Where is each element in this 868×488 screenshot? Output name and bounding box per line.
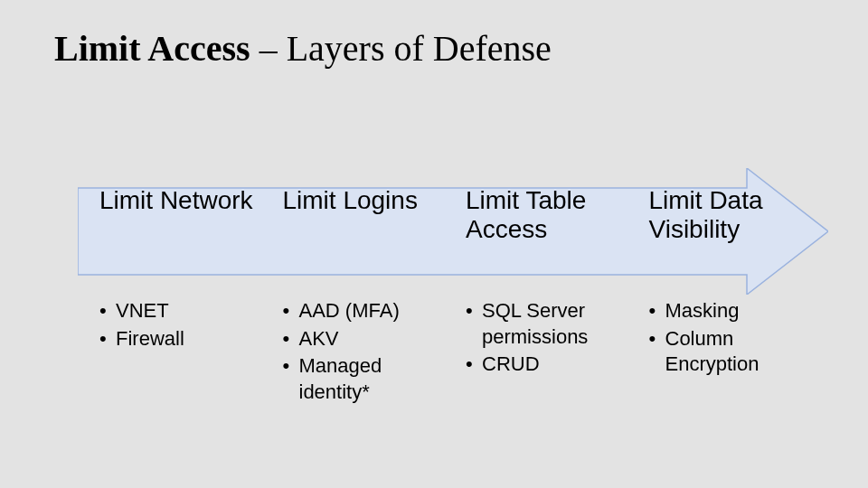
columns: Limit Network VNET Firewall Limit Logins… bbox=[99, 186, 805, 407]
list-item: CRUD bbox=[466, 352, 622, 378]
list-item: VNET bbox=[99, 298, 256, 324]
list-item: AKV bbox=[283, 326, 439, 352]
column-heading: Limit Table Access bbox=[466, 186, 622, 277]
list-item: SQL Server permissions bbox=[466, 298, 622, 350]
list-item: Managed identity* bbox=[283, 353, 439, 405]
title-rest: – Layers of Defense bbox=[250, 28, 552, 69]
column-network: Limit Network VNET Firewall bbox=[99, 186, 256, 407]
column-logins: Limit Logins AAD (MFA) AKV Managed ident… bbox=[283, 186, 439, 407]
slide: Limit Access – Layers of Defense Limit N… bbox=[0, 0, 868, 488]
column-heading: Limit Data Visibility bbox=[649, 186, 806, 277]
column-list: Masking Column Encryption bbox=[649, 298, 806, 378]
list-item: Firewall bbox=[99, 326, 256, 352]
title-bold: Limit Access bbox=[54, 28, 250, 69]
column-heading: Limit Network bbox=[99, 186, 256, 277]
column-data-visibility: Limit Data Visibility Masking Column Enc… bbox=[649, 186, 806, 407]
column-list: SQL Server permissions CRUD bbox=[466, 298, 622, 378]
slide-title: Limit Access – Layers of Defense bbox=[54, 29, 814, 69]
column-list: VNET Firewall bbox=[99, 298, 256, 352]
list-item: AAD (MFA) bbox=[283, 298, 439, 324]
column-list: AAD (MFA) AKV Managed identity* bbox=[283, 298, 439, 405]
list-item: Column Encryption bbox=[649, 326, 806, 378]
column-table-access: Limit Table Access SQL Server permission… bbox=[466, 186, 622, 407]
column-heading: Limit Logins bbox=[283, 186, 439, 277]
list-item: Masking bbox=[649, 298, 806, 324]
